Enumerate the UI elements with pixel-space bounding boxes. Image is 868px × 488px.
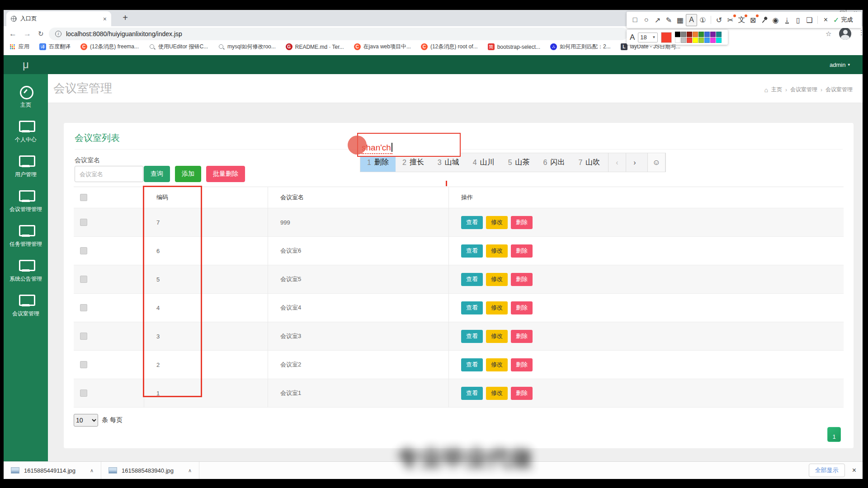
delete-button[interactable]: 删除 (511, 301, 533, 314)
save-icon[interactable]: ↓ (781, 14, 793, 26)
1615885483940.jpg[interactable]: 1615885483940.jpg ∧ (101, 462, 199, 479)
capture-done-button[interactable]: ✓ 完成 (833, 16, 853, 24)
bookmark-item[interactable]: bootstrap-select... (488, 43, 540, 50)
chevron-up-icon[interactable]: ∧ (90, 468, 94, 474)
palette-color[interactable] (704, 32, 710, 37)
delete-button[interactable]: 删除 (511, 387, 533, 400)
breadcrumb-home[interactable]: 主页 (771, 86, 782, 94)
record-icon[interactable]: ◉ (770, 14, 781, 26)
user-menu[interactable]: admin ▾ (830, 55, 850, 74)
bookmark-item[interactable]: 在java web项目中... (354, 43, 411, 51)
breadcrumb-item[interactable]: 会议室管理 (790, 86, 817, 94)
sidebar-item[interactable]: 会议管理管理 (4, 190, 48, 213)
palette-color[interactable] (710, 32, 716, 37)
sidebar-item[interactable]: 主页 (4, 86, 48, 109)
row-checkbox[interactable] (80, 219, 87, 226)
bookmark-icon[interactable]: ❏ (804, 14, 815, 26)
edit-button[interactable]: 修改 (486, 358, 508, 371)
chevron-up-icon[interactable]: ∧ (188, 468, 192, 474)
palette-color[interactable] (675, 32, 680, 37)
sidebar-item[interactable]: 任务管理管理 (4, 225, 48, 248)
palette-color[interactable] (687, 32, 692, 37)
palette-color[interactable] (681, 32, 686, 37)
page-size-select[interactable]: 10 (74, 414, 98, 427)
ime-candidate[interactable]: 7山吹 (571, 153, 607, 172)
reload-icon[interactable]: ↻ (38, 30, 44, 38)
palette-color[interactable] (675, 38, 680, 43)
browser-tab[interactable]: 入口页 × (6, 11, 111, 26)
palette-color[interactable] (698, 32, 704, 37)
1615885449114.jpg[interactable]: 1615885449114.jpg ∧ (4, 462, 101, 479)
current-color-swatch[interactable] (661, 32, 672, 43)
arrow-tool-icon[interactable]: ↗ (652, 14, 663, 26)
step-tool-icon[interactable]: ① (697, 14, 708, 26)
palette-color[interactable] (698, 38, 704, 43)
edit-button[interactable]: 修改 (486, 330, 508, 343)
font-size-select[interactable]: 18▼ (638, 33, 658, 42)
row-checkbox[interactable] (80, 276, 87, 283)
ime-next-icon[interactable]: › (626, 153, 643, 172)
palette-color[interactable] (704, 38, 710, 43)
bookmark-item[interactable]: 使用UEditor 报错C... (149, 43, 208, 51)
view-button[interactable]: 查看 (461, 358, 483, 371)
bookmark-item[interactable]: README.md · Ter... (286, 43, 344, 50)
back-icon[interactable]: ← (9, 29, 17, 38)
site-info-icon[interactable]: i (55, 31, 61, 37)
query-button[interactable]: 查询 (144, 166, 170, 182)
row-checkbox[interactable] (80, 333, 87, 340)
edit-button[interactable]: 修改 (486, 216, 508, 229)
add-button[interactable]: 添加 (175, 166, 201, 182)
downloads-close-icon[interactable]: × (852, 466, 856, 474)
text-tool-icon[interactable]: A (686, 14, 697, 26)
view-button[interactable]: 查看 (461, 387, 483, 400)
profile-avatar[interactable] (839, 28, 851, 40)
edit-button[interactable]: 修改 (486, 273, 508, 286)
sidebar-item[interactable]: 会议室管理 (4, 295, 48, 318)
palette-color[interactable] (710, 38, 716, 43)
bookmark-item[interactable]: 如何用正则匹配：2... (550, 43, 611, 51)
bookmark-star-icon[interactable]: ☆ (826, 30, 831, 38)
delete-button[interactable]: 删除 (511, 216, 533, 229)
palette-color[interactable] (693, 32, 698, 37)
palette-color[interactable] (716, 32, 722, 37)
delete-button[interactable]: 删除 (511, 273, 533, 286)
bookmark-item[interactable]: mysql如何修改roo... (218, 43, 276, 51)
new-tab-button[interactable]: + (119, 13, 131, 23)
translate-icon[interactable]: 文 (736, 14, 747, 26)
view-button[interactable]: 查看 (461, 301, 483, 314)
row-checkbox[interactable] (80, 389, 87, 397)
sidebar-item[interactable]: 个人中心 (4, 121, 48, 144)
batch-delete-button[interactable]: 批量删除 (206, 166, 245, 182)
delete-button[interactable]: 删除 (511, 330, 533, 343)
view-button[interactable]: 查看 (461, 244, 483, 258)
row-checkbox[interactable] (80, 304, 87, 311)
edit-button[interactable]: 修改 (486, 244, 508, 258)
palette-color[interactable] (687, 38, 692, 43)
view-button[interactable]: 查看 (461, 273, 483, 286)
pen-tool-icon[interactable]: ✎ (663, 14, 675, 26)
delete-button[interactable]: 删除 (511, 244, 533, 258)
edit-button[interactable]: 修改 (486, 387, 508, 400)
sidebar-item[interactable]: 用户管理 (4, 155, 48, 178)
search-input[interactable] (75, 166, 143, 182)
bookmark-item[interactable]: (12条消息) root of... (421, 43, 478, 51)
bookmark-item[interactable]: 应用 (9, 43, 29, 51)
ime-candidate[interactable]: 4山川 (466, 153, 501, 172)
address-bar[interactable]: i localhost:8080/huiyiguanlixitong/index… (49, 28, 628, 40)
device-icon[interactable]: ▯ (793, 14, 804, 26)
ime-prev-icon[interactable]: ‹ (608, 153, 626, 172)
forward-icon[interactable]: → (24, 29, 31, 38)
row-checkbox[interactable] (80, 361, 87, 368)
bookmark-item[interactable]: (12条消息) freema... (80, 43, 139, 51)
url-text[interactable]: localhost:8080/huiyiguanlixitong/index.j… (66, 30, 182, 38)
page-number-button[interactable]: 1 (827, 427, 841, 442)
ime-candidate[interactable]: 6闪出 (537, 153, 572, 172)
palette-color[interactable] (681, 38, 686, 43)
select-all-checkbox[interactable] (80, 194, 87, 201)
ellipse-tool-icon[interactable]: ○ (641, 14, 652, 26)
bookmark-item[interactable]: 百度翻译 (39, 43, 71, 51)
cut-icon[interactable]: ✂ (725, 14, 736, 26)
ime-candidate[interactable]: 5山茶 (501, 153, 537, 172)
undo-icon[interactable]: ↺ (713, 14, 725, 26)
view-button[interactable]: 查看 (461, 330, 483, 343)
